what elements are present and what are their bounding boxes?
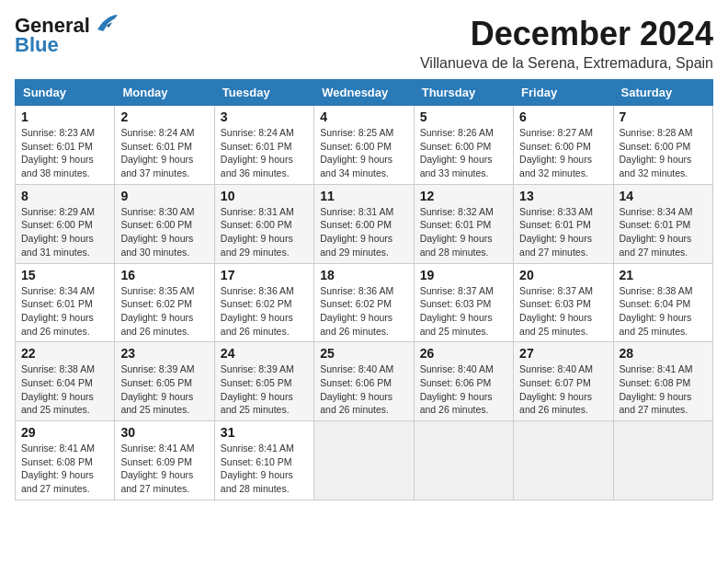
day-info: Sunrise: 8:38 AM Sunset: 6:04 PM Dayligh… xyxy=(620,284,707,339)
logo: General Blue xyxy=(15,15,119,57)
day-number: 7 xyxy=(620,109,707,124)
calendar-cell: 21 Sunrise: 8:38 AM Sunset: 6:04 PM Dayl… xyxy=(613,263,712,342)
day-number: 12 xyxy=(420,189,507,203)
day-info: Sunrise: 8:28 AM Sunset: 6:00 PM Dayligh… xyxy=(620,126,707,180)
month-title: December 2024 xyxy=(420,15,713,53)
day-number: 20 xyxy=(519,268,607,282)
day-info: Sunrise: 8:27 AM Sunset: 6:00 PM Dayligh… xyxy=(519,126,607,180)
day-number: 14 xyxy=(620,189,707,203)
day-number: 16 xyxy=(120,268,208,282)
calendar-cell xyxy=(514,421,613,500)
calendar-week-4: 22 Sunrise: 8:38 AM Sunset: 6:04 PM Dayl… xyxy=(16,342,713,421)
weekday-header-monday: Monday xyxy=(115,80,214,106)
day-info: Sunrise: 8:34 AM Sunset: 6:01 PM Dayligh… xyxy=(620,205,707,259)
weekday-header-friday: Friday xyxy=(514,80,613,106)
day-number: 25 xyxy=(320,346,407,361)
day-info: Sunrise: 8:40 AM Sunset: 6:06 PM Dayligh… xyxy=(420,362,507,417)
day-number: 27 xyxy=(519,346,607,361)
calendar-cell: 30 Sunrise: 8:41 AM Sunset: 6:09 PM Dayl… xyxy=(115,421,214,500)
day-info: Sunrise: 8:32 AM Sunset: 6:01 PM Dayligh… xyxy=(420,205,507,259)
calendar-cell: 12 Sunrise: 8:32 AM Sunset: 6:01 PM Dayl… xyxy=(414,184,513,263)
calendar-cell: 10 Sunrise: 8:31 AM Sunset: 6:00 PM Dayl… xyxy=(214,184,313,263)
title-section: December 2024 Villanueva de la Serena, E… xyxy=(420,15,713,72)
day-number: 29 xyxy=(21,425,108,440)
day-number: 6 xyxy=(519,109,607,124)
day-number: 26 xyxy=(420,346,507,361)
day-number: 4 xyxy=(320,109,407,124)
weekday-header-sunday: Sunday xyxy=(16,80,115,106)
day-info: Sunrise: 8:30 AM Sunset: 6:00 PM Dayligh… xyxy=(120,205,208,259)
calendar-cell: 15 Sunrise: 8:34 AM Sunset: 6:01 PM Dayl… xyxy=(16,263,115,342)
day-info: Sunrise: 8:39 AM Sunset: 6:05 PM Dayligh… xyxy=(120,362,208,417)
day-info: Sunrise: 8:23 AM Sunset: 6:01 PM Dayligh… xyxy=(21,126,108,180)
calendar-cell xyxy=(314,421,414,500)
day-info: Sunrise: 8:41 AM Sunset: 6:08 PM Dayligh… xyxy=(21,442,108,496)
day-info: Sunrise: 8:35 AM Sunset: 6:02 PM Dayligh… xyxy=(120,284,208,339)
calendar-week-2: 8 Sunrise: 8:29 AM Sunset: 6:00 PM Dayli… xyxy=(16,184,713,263)
day-info: Sunrise: 8:41 AM Sunset: 6:08 PM Dayligh… xyxy=(620,362,707,417)
logo-bird-icon xyxy=(94,13,119,33)
calendar-header-row: SundayMondayTuesdayWednesdayThursdayFrid… xyxy=(16,80,713,106)
day-number: 8 xyxy=(21,189,108,203)
day-number: 13 xyxy=(519,189,607,203)
calendar-cell xyxy=(414,421,513,500)
day-number: 22 xyxy=(21,346,108,361)
calendar-cell: 26 Sunrise: 8:40 AM Sunset: 6:06 PM Dayl… xyxy=(414,342,513,421)
calendar-cell: 29 Sunrise: 8:41 AM Sunset: 6:08 PM Dayl… xyxy=(16,421,115,500)
day-info: Sunrise: 8:41 AM Sunset: 6:09 PM Dayligh… xyxy=(120,442,208,496)
day-number: 31 xyxy=(221,425,308,440)
day-number: 3 xyxy=(221,109,308,124)
calendar-cell: 14 Sunrise: 8:34 AM Sunset: 6:01 PM Dayl… xyxy=(613,184,712,263)
calendar-cell: 6 Sunrise: 8:27 AM Sunset: 6:00 PM Dayli… xyxy=(514,106,613,185)
calendar-cell: 8 Sunrise: 8:29 AM Sunset: 6:00 PM Dayli… xyxy=(16,184,115,263)
day-info: Sunrise: 8:25 AM Sunset: 6:00 PM Dayligh… xyxy=(320,126,407,180)
day-number: 30 xyxy=(120,425,208,440)
weekday-header-tuesday: Tuesday xyxy=(214,80,313,106)
day-info: Sunrise: 8:31 AM Sunset: 6:00 PM Dayligh… xyxy=(320,205,407,259)
calendar-cell: 1 Sunrise: 8:23 AM Sunset: 6:01 PM Dayli… xyxy=(16,106,115,185)
calendar-cell: 28 Sunrise: 8:41 AM Sunset: 6:08 PM Dayl… xyxy=(613,342,712,421)
day-info: Sunrise: 8:40 AM Sunset: 6:06 PM Dayligh… xyxy=(320,362,407,417)
calendar-table: SundayMondayTuesdayWednesdayThursdayFrid… xyxy=(15,79,713,500)
day-number: 17 xyxy=(221,268,308,282)
day-number: 24 xyxy=(221,346,308,361)
day-number: 11 xyxy=(320,189,407,203)
calendar-cell: 13 Sunrise: 8:33 AM Sunset: 6:01 PM Dayl… xyxy=(514,184,613,263)
day-number: 19 xyxy=(420,268,507,282)
day-info: Sunrise: 8:36 AM Sunset: 6:02 PM Dayligh… xyxy=(320,284,407,339)
day-number: 23 xyxy=(120,346,208,361)
calendar-cell: 2 Sunrise: 8:24 AM Sunset: 6:01 PM Dayli… xyxy=(115,106,214,185)
weekday-header-wednesday: Wednesday xyxy=(314,80,414,106)
day-number: 21 xyxy=(620,268,707,282)
location-subtitle: Villanueva de la Serena, Extremadura, Sp… xyxy=(420,55,713,72)
calendar-cell: 22 Sunrise: 8:38 AM Sunset: 6:04 PM Dayl… xyxy=(16,342,115,421)
calendar-cell: 20 Sunrise: 8:37 AM Sunset: 6:03 PM Dayl… xyxy=(514,263,613,342)
day-number: 28 xyxy=(620,346,707,361)
calendar-week-3: 15 Sunrise: 8:34 AM Sunset: 6:01 PM Dayl… xyxy=(16,263,713,342)
day-number: 5 xyxy=(420,109,507,124)
calendar-cell: 17 Sunrise: 8:36 AM Sunset: 6:02 PM Dayl… xyxy=(214,263,313,342)
calendar-week-5: 29 Sunrise: 8:41 AM Sunset: 6:08 PM Dayl… xyxy=(16,421,713,500)
day-number: 15 xyxy=(21,268,108,282)
calendar-cell: 11 Sunrise: 8:31 AM Sunset: 6:00 PM Dayl… xyxy=(314,184,414,263)
calendar-cell: 19 Sunrise: 8:37 AM Sunset: 6:03 PM Dayl… xyxy=(414,263,513,342)
day-number: 1 xyxy=(21,109,108,124)
weekday-header-thursday: Thursday xyxy=(414,80,513,106)
day-info: Sunrise: 8:39 AM Sunset: 6:05 PM Dayligh… xyxy=(221,362,308,417)
day-number: 18 xyxy=(320,268,407,282)
calendar-cell: 25 Sunrise: 8:40 AM Sunset: 6:06 PM Dayl… xyxy=(314,342,414,421)
calendar-cell: 3 Sunrise: 8:24 AM Sunset: 6:01 PM Dayli… xyxy=(214,106,313,185)
day-number: 10 xyxy=(221,189,308,203)
day-info: Sunrise: 8:24 AM Sunset: 6:01 PM Dayligh… xyxy=(221,126,308,180)
calendar-week-1: 1 Sunrise: 8:23 AM Sunset: 6:01 PM Dayli… xyxy=(16,106,713,185)
calendar-cell: 9 Sunrise: 8:30 AM Sunset: 6:00 PM Dayli… xyxy=(115,184,214,263)
day-info: Sunrise: 8:33 AM Sunset: 6:01 PM Dayligh… xyxy=(519,205,607,259)
day-info: Sunrise: 8:31 AM Sunset: 6:00 PM Dayligh… xyxy=(221,205,308,259)
calendar-cell: 31 Sunrise: 8:41 AM Sunset: 6:10 PM Dayl… xyxy=(214,421,313,500)
calendar-cell xyxy=(613,421,712,500)
day-info: Sunrise: 8:26 AM Sunset: 6:00 PM Dayligh… xyxy=(420,126,507,180)
day-info: Sunrise: 8:37 AM Sunset: 6:03 PM Dayligh… xyxy=(519,284,607,339)
calendar-cell: 27 Sunrise: 8:40 AM Sunset: 6:07 PM Dayl… xyxy=(514,342,613,421)
day-info: Sunrise: 8:34 AM Sunset: 6:01 PM Dayligh… xyxy=(21,284,108,339)
logo-blue: Blue xyxy=(15,33,59,57)
